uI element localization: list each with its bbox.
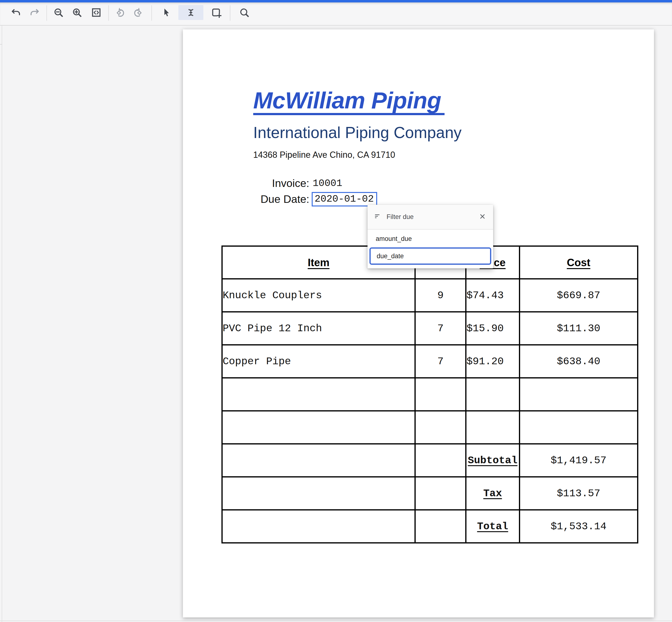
- toolbar-divider: [46, 5, 47, 21]
- filter-popup: Filter due amount_due due_date: [368, 205, 493, 268]
- zoom-in-icon: [72, 7, 82, 18]
- toolbar-divider: [151, 5, 152, 21]
- cell-item[interactable]: [222, 411, 415, 444]
- due-date-label: Due Date:: [253, 193, 309, 206]
- close-button[interactable]: [478, 212, 487, 221]
- invoice-table: Item Price Cost Knuckle Couplers 9 $74.4…: [221, 245, 638, 544]
- total-value[interactable]: $1,533.14: [519, 510, 638, 543]
- company-title: McWilliam Piping: [253, 89, 445, 115]
- cell-price[interactable]: [466, 411, 519, 444]
- undo-icon: [11, 7, 22, 18]
- cell-cost[interactable]: $669.87: [519, 279, 638, 312]
- cell-price[interactable]: [466, 378, 519, 411]
- invoice-label: Invoice:: [253, 177, 309, 189]
- crop-plus-icon: [211, 7, 221, 18]
- tax-label: Tax: [466, 477, 519, 510]
- text-select-tool-button[interactable]: [178, 5, 203, 20]
- summary-row: Subtotal $1,419.57: [222, 444, 638, 477]
- toolbar-divider: [108, 5, 109, 21]
- cell-quantity[interactable]: [415, 378, 466, 411]
- cell-item[interactable]: PVC Pipe 12 Inch: [222, 312, 415, 345]
- cell-cost[interactable]: $638.40: [519, 345, 638, 378]
- rotate-left-icon: [115, 7, 126, 18]
- cell-quantity[interactable]: 7: [415, 345, 466, 378]
- due-date-field[interactable]: 2020-01-02: [312, 192, 377, 206]
- search-icon: [239, 7, 250, 18]
- cell-item[interactable]: Knuckle Couplers: [222, 279, 415, 312]
- rotate-left-button[interactable]: [114, 6, 127, 19]
- document-page: McWilliam Piping International Piping Co…: [183, 29, 654, 617]
- due-date-row: Due Date: 2020-01-02: [253, 191, 377, 207]
- cell-empty: [222, 477, 415, 510]
- panel-edge-tick: [0, 44, 2, 44]
- invoice-meta: Invoice: 10001 Due Date: 2020-01-02: [253, 175, 377, 207]
- undo-button[interactable]: [9, 6, 23, 19]
- filter-option-amount-due[interactable]: amount_due: [368, 232, 493, 246]
- cell-empty: [222, 510, 415, 543]
- zoom-in-button[interactable]: [70, 6, 84, 19]
- table-row: [222, 411, 638, 444]
- toolbar-divider: [230, 5, 230, 21]
- code-box-icon: [91, 7, 102, 18]
- zoom-out-icon: [53, 7, 64, 18]
- cell-quantity[interactable]: [415, 411, 466, 444]
- table-row: Knuckle Couplers 9 $74.43 $669.87: [222, 279, 638, 312]
- redo-icon: [29, 7, 40, 18]
- code-view-button[interactable]: [89, 6, 103, 19]
- table-row: [222, 378, 638, 411]
- table-row: PVC Pipe 12 Inch 7 $15.90 $111.30: [222, 312, 638, 345]
- cell-cost[interactable]: $111.30: [519, 312, 638, 345]
- company-address: 14368 Pipeline Ave Chino, CA 91710: [253, 150, 395, 160]
- filter-option-due-date-selected[interactable]: due_date: [369, 247, 491, 265]
- cell-item[interactable]: Copper Pipe: [222, 345, 415, 378]
- cell-cost[interactable]: [519, 378, 638, 411]
- filter-icon: [374, 213, 381, 221]
- window-bottom-edge: [0, 621, 672, 621]
- tax-value[interactable]: $113.57: [519, 477, 638, 510]
- cell-quantity[interactable]: 9: [415, 279, 466, 312]
- cell-empty: [415, 477, 466, 510]
- top-accent-bar: [0, 0, 672, 2]
- table-row: Copper Pipe 7 $91.20 $638.40: [222, 345, 638, 378]
- rotate-right-icon: [133, 7, 143, 18]
- region-select-tool-button[interactable]: [210, 6, 223, 19]
- column-header-cost: Cost: [519, 246, 638, 279]
- company-subtitle: International Piping Company: [253, 124, 462, 141]
- subtotal-label: Subtotal: [466, 444, 519, 477]
- pointer-tool-button[interactable]: [159, 6, 173, 19]
- invoice-number[interactable]: 10001: [313, 178, 342, 189]
- total-label: Total: [466, 510, 519, 543]
- cell-price[interactable]: $15.90: [466, 312, 519, 345]
- subtotal-value[interactable]: $1,419.57: [519, 444, 638, 477]
- search-button[interactable]: [237, 6, 251, 19]
- toolbar: [0, 2, 672, 26]
- cell-empty: [415, 510, 466, 543]
- cell-quantity[interactable]: 7: [415, 312, 466, 345]
- filter-popup-title: Filter due: [386, 213, 478, 221]
- redo-button[interactable]: [28, 6, 41, 19]
- cell-empty: [415, 444, 466, 477]
- cell-price[interactable]: $91.20: [466, 345, 519, 378]
- summary-row: Tax $113.57: [222, 477, 638, 510]
- summary-row: Total $1,533.14: [222, 510, 638, 543]
- text-cursor-icon: [186, 7, 196, 18]
- panel-edge-line: [2, 26, 2, 622]
- cell-empty: [222, 444, 415, 477]
- cursor-arrow-icon: [161, 7, 172, 18]
- rotate-right-button[interactable]: [131, 6, 145, 19]
- cell-cost[interactable]: [519, 411, 638, 444]
- invoice-row: Invoice: 10001: [253, 175, 377, 191]
- cell-price[interactable]: $74.43: [466, 279, 519, 312]
- close-icon: [479, 213, 486, 221]
- zoom-out-button[interactable]: [52, 6, 65, 19]
- filter-popup-header: Filter due: [368, 205, 493, 230]
- cell-item[interactable]: [222, 378, 415, 411]
